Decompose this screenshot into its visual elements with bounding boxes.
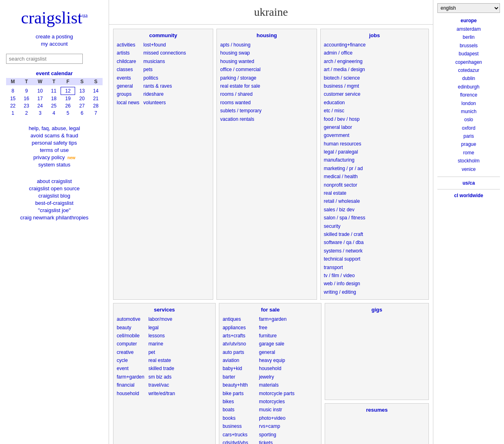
city-paris[interactable]: paris	[437, 132, 500, 140]
fs-photo[interactable]: photo+video	[259, 414, 294, 422]
jobs-sales[interactable]: sales / biz dev	[324, 206, 425, 214]
privacy-link[interactable]: privacy policy new	[29, 154, 80, 160]
svc-beauty[interactable]: beauty	[117, 324, 144, 332]
svc-creative[interactable]: creative	[117, 348, 144, 356]
fs-cars[interactable]: cars+trucks	[223, 431, 255, 439]
fs-bikes[interactable]: bikes	[223, 398, 255, 406]
svc-pet[interactable]: pet	[148, 348, 175, 356]
community-missed[interactable]: missed connections	[143, 49, 186, 57]
best-of-link[interactable]: best-of-craigslist	[20, 200, 88, 206]
jobs-tech-support[interactable]: technical support	[324, 255, 425, 263]
community-rants[interactable]: rants & raves	[143, 82, 186, 90]
city-oxford[interactable]: oxford	[437, 124, 500, 132]
housing-sublets[interactable]: sublets / temporary	[220, 107, 313, 115]
fs-motorcycles[interactable]: motorcycles	[259, 398, 294, 406]
community-classes[interactable]: classes	[117, 65, 139, 74]
fs-arts[interactable]: arts+crafts	[223, 332, 255, 340]
fs-sporting[interactable]: sporting	[259, 431, 294, 439]
housing-rooms-shared[interactable]: rooms / shared	[220, 90, 313, 98]
jobs-web[interactable]: web / info design	[324, 280, 425, 288]
blog-link[interactable]: craigslist blog	[20, 193, 88, 199]
fs-furniture[interactable]: furniture	[259, 332, 294, 340]
city-cotedazur[interactable]: cotedazur	[437, 66, 500, 74]
svc-legal[interactable]: legal	[148, 324, 175, 332]
fs-general[interactable]: general	[259, 348, 294, 356]
fs-free[interactable]: free	[259, 324, 294, 332]
jobs-nonprofit[interactable]: nonprofit sector	[324, 181, 425, 189]
jobs-admin[interactable]: admin / office	[324, 49, 425, 57]
terms-link[interactable]: terms of use	[29, 147, 80, 153]
fs-boats[interactable]: boats	[223, 406, 255, 414]
about-craigslist-link[interactable]: about craigslist	[20, 178, 88, 184]
jobs-systems[interactable]: systems / network	[324, 247, 425, 255]
community-childcare[interactable]: childcare	[117, 57, 139, 65]
fs-barter[interactable]: barter	[223, 373, 255, 381]
jobs-education[interactable]: education	[324, 99, 425, 107]
jobs-tv[interactable]: tv / film / video	[324, 271, 425, 280]
fs-rvs[interactable]: rvs+camp	[259, 422, 294, 430]
fs-music[interactable]: music instr	[259, 406, 294, 414]
community-musicians[interactable]: musicians	[143, 57, 186, 65]
fs-garage-sale[interactable]: garage sale	[259, 340, 294, 348]
jobs-business[interactable]: business / mgmt	[324, 82, 425, 90]
jobs-software[interactable]: software / qa / dba	[324, 238, 425, 246]
svc-computer[interactable]: computer	[117, 340, 144, 348]
jobs-retail[interactable]: retail / wholesale	[324, 197, 425, 205]
city-florence[interactable]: florence	[437, 91, 500, 99]
svc-household[interactable]: household	[117, 389, 144, 398]
my-account-link[interactable]: my account	[36, 41, 73, 47]
fs-moto-parts[interactable]: motorcycle parts	[259, 389, 294, 398]
svc-smbiz[interactable]: sm biz ads	[148, 373, 175, 381]
safety-tips-link[interactable]: personal safety tips	[29, 140, 80, 146]
city-munich[interactable]: munich	[437, 107, 500, 116]
svc-marine[interactable]: marine	[148, 340, 175, 348]
help-link[interactable]: help, faq, abuse, legal	[29, 125, 80, 131]
city-oslo[interactable]: oslo	[437, 116, 500, 124]
housing-vacation[interactable]: vacation rentals	[220, 115, 313, 123]
fs-books[interactable]: books	[223, 414, 255, 422]
svc-cycle[interactable]: cycle	[117, 356, 144, 364]
jobs-medical[interactable]: medical / health	[324, 173, 425, 181]
svc-skilled[interactable]: skilled trade	[148, 364, 175, 372]
jobs-transport[interactable]: transport	[324, 263, 425, 271]
housing-apts[interactable]: apts / housing	[220, 41, 313, 49]
fs-materials[interactable]: materials	[259, 381, 294, 389]
svc-realestate[interactable]: real estate	[148, 356, 175, 364]
city-budapest[interactable]: budapest	[437, 50, 500, 58]
search-input[interactable]	[6, 54, 83, 64]
city-copenhagen[interactable]: copenhagen	[437, 58, 500, 66]
fs-beauty[interactable]: beauty+hlth	[223, 381, 255, 389]
jobs-hr[interactable]: human resources	[324, 140, 425, 148]
community-artists[interactable]: artists	[117, 49, 139, 57]
jobs-arch[interactable]: arch / engineering	[324, 57, 425, 65]
jobs-etc[interactable]: etc / misc	[324, 107, 425, 115]
fs-heavy[interactable]: heavy equip	[259, 356, 294, 364]
fs-tickets[interactable]: tickets	[259, 439, 294, 444]
city-venice[interactable]: venice	[437, 165, 500, 173]
housing-realestate[interactable]: real estate for sale	[220, 82, 313, 90]
svc-cell-mobile[interactable]: cell/mobile	[117, 332, 144, 340]
community-events[interactable]: events	[117, 74, 139, 82]
housing-parking[interactable]: parking / storage	[220, 74, 313, 82]
fs-appliances[interactable]: appliances	[223, 324, 255, 332]
create-posting-link[interactable]: create a posting	[36, 34, 73, 40]
city-stockholm[interactable]: stockholm	[437, 157, 500, 165]
jobs-manufacturing[interactable]: manufacturing	[324, 156, 425, 164]
community-lost-found[interactable]: lost+found	[143, 41, 186, 49]
city-berlin[interactable]: berlin	[437, 33, 500, 41]
jobs-accounting[interactable]: accounting+finance	[324, 41, 425, 49]
community-groups[interactable]: groups	[117, 90, 139, 98]
city-dublin[interactable]: dublin	[437, 74, 500, 82]
svc-write[interactable]: write/ed/tran	[148, 389, 175, 398]
fs-aviation[interactable]: aviation	[223, 356, 255, 364]
city-rome[interactable]: rome	[437, 149, 500, 157]
jobs-food[interactable]: food / bev / hosp	[324, 115, 425, 123]
cl-worldwide-link[interactable]: cl worldwide	[437, 193, 500, 198]
fs-atv[interactable]: atv/utv/sno	[223, 340, 255, 348]
jobs-security[interactable]: security	[324, 222, 425, 230]
city-brussels[interactable]: brussels	[437, 42, 500, 50]
community-volunteers[interactable]: volunteers	[143, 99, 186, 107]
city-amsterdam[interactable]: amsterdam	[437, 25, 500, 33]
jobs-art[interactable]: art / media / design	[324, 65, 425, 74]
jobs-realestate[interactable]: real estate	[324, 189, 425, 197]
